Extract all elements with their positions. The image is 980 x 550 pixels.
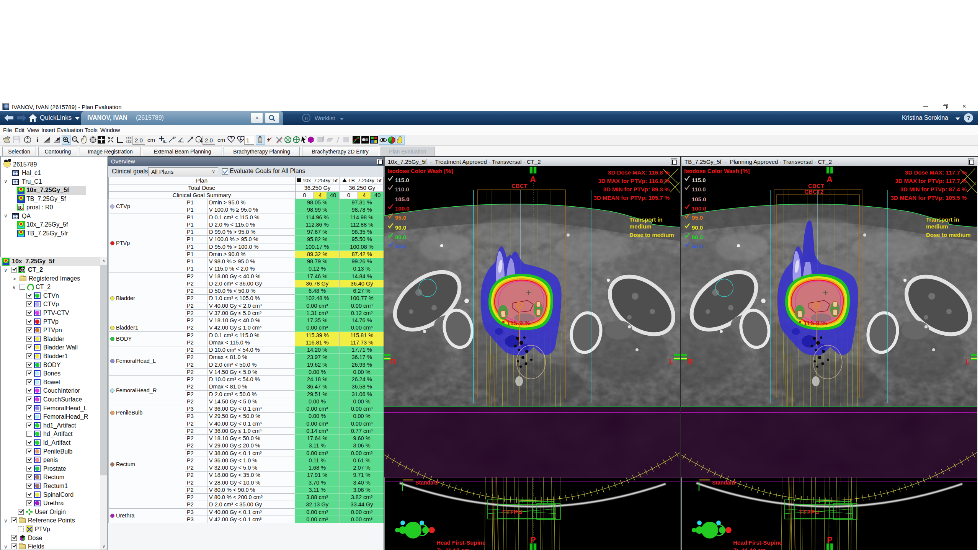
svg-text:CBCT2: CBCT2 <box>804 188 823 195</box>
svg-text:5⁴: 5⁴ <box>173 136 176 140</box>
svg-text:5₄: 5₄ <box>163 140 167 144</box>
